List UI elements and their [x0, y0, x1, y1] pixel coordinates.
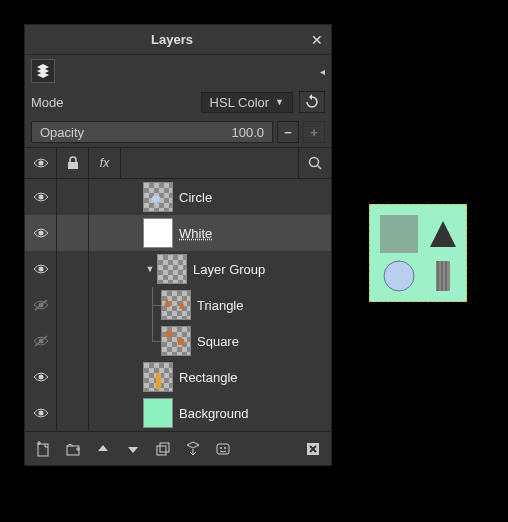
link-cell[interactable]	[57, 287, 89, 323]
svg-point-22	[220, 447, 222, 449]
visibility-toggle[interactable]	[25, 287, 57, 323]
opacity-value: 100.0	[231, 125, 264, 140]
lock-header[interactable]	[57, 147, 89, 179]
layer-header-row: fx	[25, 147, 331, 179]
link-cell[interactable]	[57, 395, 89, 431]
layer-row[interactable]: Square	[25, 323, 331, 359]
svg-rect-13	[178, 339, 184, 345]
svg-rect-19	[157, 446, 166, 455]
merge-layer-button[interactable]	[181, 437, 205, 461]
raise-layer-button[interactable]	[91, 437, 115, 461]
indent: ▼	[89, 251, 157, 287]
svg-point-5	[152, 195, 160, 203]
delete-layer-button[interactable]	[301, 437, 325, 461]
layer-row[interactable]: Circle	[25, 179, 331, 215]
svg-rect-15	[156, 373, 161, 389]
svg-point-2	[310, 158, 319, 167]
svg-rect-17	[38, 444, 48, 456]
layer-name[interactable]: White	[179, 226, 212, 241]
layer-name[interactable]: Triangle	[197, 298, 243, 313]
link-cell[interactable]	[57, 179, 89, 215]
layer-name[interactable]: Square	[197, 334, 239, 349]
layer-row[interactable]: Triangle	[25, 287, 331, 323]
indent	[89, 395, 143, 431]
visibility-toggle[interactable]	[25, 251, 57, 287]
indent	[89, 179, 143, 215]
layer-row[interactable]: Background	[25, 395, 331, 431]
opacity-row: Opacity 100.0 − +	[25, 117, 331, 147]
svg-line-3	[318, 166, 322, 170]
bottom-toolbar	[25, 431, 331, 465]
visibility-toggle[interactable]	[25, 215, 57, 251]
layer-row[interactable]: White	[25, 215, 331, 251]
opacity-label: Opacity	[40, 125, 84, 140]
tab-row: ◂	[25, 55, 331, 87]
visibility-toggle[interactable]	[25, 323, 57, 359]
layer-name[interactable]: Layer Group	[193, 262, 265, 277]
layer-name[interactable]: Circle	[179, 190, 212, 205]
layer-name[interactable]: Rectangle	[179, 370, 238, 385]
svg-point-14	[38, 375, 43, 380]
visibility-toggle[interactable]	[25, 395, 57, 431]
toolbar-spacer	[241, 437, 295, 461]
visibility-header[interactable]	[25, 147, 57, 179]
titlebar: Layers ✕	[25, 25, 331, 55]
link-cell[interactable]	[57, 323, 89, 359]
tab-menu-icon[interactable]: ◂	[320, 66, 325, 77]
layer-row[interactable]: ▼Layer Group	[25, 251, 331, 287]
layer-name[interactable]: Background	[179, 406, 248, 421]
canvas-preview	[369, 204, 467, 302]
mode-reset-button[interactable]	[299, 91, 325, 113]
svg-point-4	[38, 195, 43, 200]
link-cell[interactable]	[57, 251, 89, 287]
expander-icon[interactable]: ▼	[143, 264, 157, 274]
mode-row: Mode HSL Color ▼	[25, 87, 331, 117]
layers-panel: Layers ✕ ◂ Mode HSL Color ▼ Opacity 100.…	[24, 24, 332, 466]
layers-list: CircleWhite▼Layer GroupTriangleSquareRec…	[25, 179, 331, 431]
svg-point-7	[38, 267, 43, 272]
layers-tab-icon[interactable]	[31, 59, 55, 83]
link-cell[interactable]	[57, 359, 89, 395]
svg-point-0	[38, 161, 43, 166]
chevron-down-icon: ▼	[275, 97, 284, 107]
visibility-toggle[interactable]	[25, 359, 57, 395]
svg-rect-1	[68, 162, 78, 169]
svg-point-6	[38, 231, 43, 236]
opacity-decrement[interactable]: −	[277, 121, 299, 143]
svg-point-23	[224, 447, 226, 449]
indent	[89, 215, 143, 251]
svg-rect-20	[160, 443, 169, 452]
new-layer-button[interactable]	[31, 437, 55, 461]
svg-rect-12	[166, 331, 172, 337]
mode-select[interactable]: HSL Color ▼	[201, 92, 293, 113]
mode-label: Mode	[31, 95, 64, 110]
link-cell[interactable]	[57, 215, 89, 251]
mode-value: HSL Color	[210, 95, 269, 110]
search-button[interactable]	[299, 147, 331, 179]
panel-title: Layers	[151, 32, 193, 47]
visibility-toggle[interactable]	[25, 179, 57, 215]
mask-layer-button[interactable]	[211, 437, 235, 461]
indent	[89, 287, 161, 323]
svg-point-16	[38, 411, 43, 416]
new-group-button[interactable]	[61, 437, 85, 461]
svg-rect-18	[67, 446, 79, 455]
lower-layer-button[interactable]	[121, 437, 145, 461]
duplicate-layer-button[interactable]	[151, 437, 175, 461]
opacity-slider[interactable]: Opacity 100.0	[31, 121, 273, 143]
close-icon[interactable]: ✕	[311, 32, 323, 48]
layer-row[interactable]: Rectangle	[25, 359, 331, 395]
opacity-increment[interactable]: +	[303, 121, 325, 143]
indent	[89, 359, 143, 395]
fx-header[interactable]: fx	[89, 147, 121, 179]
indent	[89, 323, 161, 359]
